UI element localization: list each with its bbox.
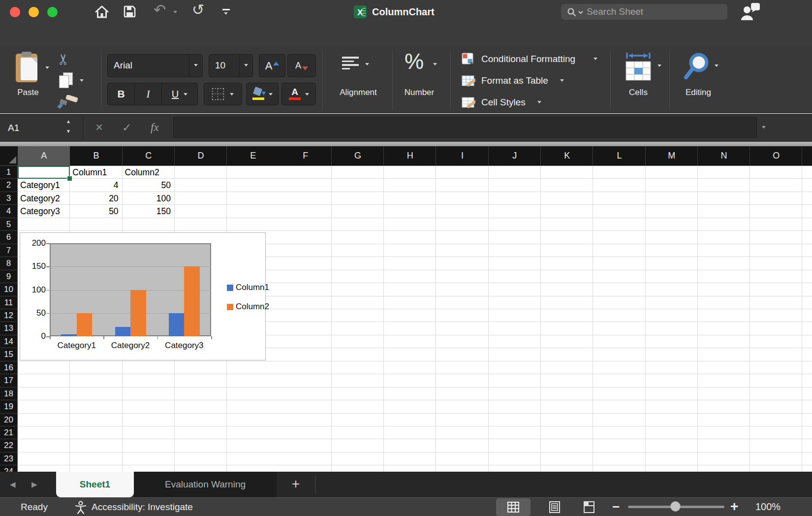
bar-column1-category3[interactable] [169, 313, 185, 336]
format-as-table-dropdown-arrow[interactable] [560, 79, 564, 82]
column-headers[interactable]: ABCDEFGHIJKLMNO [18, 146, 812, 166]
row-header-9[interactable]: 9 [0, 270, 17, 283]
column-header-o[interactable]: O [750, 146, 802, 166]
row-header-2[interactable]: 2 [0, 179, 17, 192]
bar-column2-category1[interactable] [77, 313, 93, 336]
cells-icon[interactable] [623, 52, 654, 82]
selected-cell[interactable] [18, 166, 70, 179]
sheet-tab-evaluation-warning[interactable]: Evaluation Warning [134, 472, 277, 497]
row-header-22[interactable]: 22 [0, 439, 17, 452]
column-header-f[interactable]: F [280, 146, 332, 166]
column-header-j[interactable]: J [489, 146, 541, 166]
underline-button[interactable]: U [162, 83, 197, 105]
conditional-formatting-dropdown-arrow[interactable] [593, 58, 597, 60]
page-layout-view-button[interactable] [537, 498, 572, 516]
row-headers[interactable]: 123456789101112131415161718192021222324 [0, 166, 18, 472]
column-header-a[interactable]: A [18, 146, 70, 166]
cell-a3[interactable]: Category2 [18, 192, 70, 205]
row-header-17[interactable]: 17 [0, 374, 17, 387]
paste-button[interactable] [15, 52, 42, 84]
number-dropdown-arrow[interactable] [433, 63, 437, 65]
row-header-21[interactable]: 21 [0, 426, 17, 439]
row-header-7[interactable]: 7 [0, 244, 17, 257]
decrease-font-size-button[interactable]: A [287, 54, 316, 77]
redo-icon[interactable]: ↺ [192, 1, 204, 18]
alignment-icon[interactable] [342, 57, 359, 71]
name-box-spin-up-icon[interactable]: ▲ [66, 119, 71, 124]
add-sheet-button[interactable]: + [285, 472, 306, 497]
cell-styles-dropdown-arrow[interactable] [537, 101, 541, 103]
cell-b3[interactable]: 20 [70, 192, 122, 205]
conditional-formatting-button[interactable]: Conditional Formatting [481, 54, 575, 64]
save-icon[interactable] [123, 5, 136, 18]
name-box[interactable]: A1 [8, 114, 19, 142]
sheet-tab-sheet1[interactable]: Sheet1 [56, 472, 134, 497]
cell-b4[interactable]: 50 [70, 205, 122, 218]
next-sheet-arrow-icon[interactable]: ▶ [31, 472, 37, 497]
select-all-corner[interactable] [0, 146, 18, 166]
column-header-k[interactable]: K [541, 146, 593, 166]
account-presence-icon[interactable] [740, 2, 761, 21]
name-box-spin-down-icon[interactable]: ▼ [66, 129, 71, 134]
zoom-in-button[interactable]: + [730, 498, 738, 516]
row-header-12[interactable]: 12 [0, 309, 17, 322]
cell-b2[interactable]: 4 [70, 179, 122, 192]
prev-sheet-arrow-icon[interactable]: ◀ [10, 472, 16, 497]
bar-column1-category1[interactable] [61, 334, 77, 336]
status-accessibility[interactable]: Accessibility: Investigate [92, 498, 193, 516]
font-color-dropdown-arrow[interactable] [305, 93, 309, 96]
bold-button[interactable]: B [108, 83, 135, 105]
borders-dropdown-arrow[interactable] [230, 93, 234, 96]
column-header-d[interactable]: D [175, 146, 227, 166]
format-as-table-button[interactable]: Format as Table [481, 75, 548, 86]
row-header-3[interactable]: 3 [0, 192, 17, 205]
quick-actions-icon[interactable] [222, 9, 230, 15]
column-header-l[interactable]: L [593, 146, 645, 166]
normal-view-button[interactable] [496, 498, 531, 516]
row-header-11[interactable]: 11 [0, 296, 17, 309]
row-header-4[interactable]: 4 [0, 205, 17, 218]
cells-dropdown-arrow[interactable] [657, 64, 661, 67]
paste-dropdown-arrow[interactable] [45, 66, 49, 69]
number-format-icon[interactable]: % [405, 49, 424, 74]
search-sheet-box[interactable]: Search Sheet [561, 4, 727, 20]
cell-c3[interactable]: 100 [123, 192, 175, 205]
column-header-m[interactable]: M [646, 146, 698, 166]
fill-color-button[interactable] [246, 83, 279, 105]
column-header-i[interactable]: I [436, 146, 488, 166]
column-header-n[interactable]: N [698, 146, 750, 166]
bar-column1-category2[interactable] [115, 327, 131, 336]
formula-input[interactable] [173, 117, 757, 138]
cell-c1[interactable]: Column2 [123, 166, 175, 179]
font-name-select[interactable]: Arial [107, 54, 203, 77]
minimize-window-button[interactable] [29, 7, 39, 17]
alignment-dropdown-arrow[interactable] [365, 63, 369, 65]
insert-function-icon[interactable]: fx [151, 114, 159, 141]
cell-c2[interactable]: 50 [123, 179, 175, 192]
row-header-10[interactable]: 10 [0, 283, 17, 296]
cut-icon[interactable]: ✂ [55, 53, 72, 65]
cell-a4[interactable]: Category3 [18, 205, 70, 218]
row-header-1[interactable]: 1 [0, 166, 17, 179]
cell-c4[interactable]: 150 [123, 205, 175, 218]
cell-a2[interactable]: Category1 [18, 179, 70, 192]
cancel-entry-icon[interactable]: × [95, 114, 103, 141]
row-header-15[interactable]: 15 [0, 348, 17, 361]
column-header-b[interactable]: B [70, 146, 122, 166]
zoom-window-button[interactable] [47, 7, 58, 17]
bar-column2-category2[interactable] [130, 290, 146, 337]
italic-button[interactable]: I [135, 83, 162, 105]
fill-color-dropdown-arrow[interactable] [269, 93, 273, 96]
zoom-out-button[interactable]: − [612, 498, 620, 516]
column-header-e[interactable]: E [227, 146, 279, 166]
font-size-dropdown[interactable] [239, 55, 252, 77]
formula-bar-expand-arrow[interactable] [762, 126, 766, 129]
row-header-6[interactable]: 6 [0, 231, 17, 244]
font-color-button[interactable]: A [281, 83, 316, 105]
column-header-h[interactable]: H [384, 146, 436, 166]
borders-button[interactable] [204, 83, 242, 105]
column-header-g[interactable]: G [332, 146, 384, 166]
font-name-dropdown[interactable] [189, 55, 202, 77]
row-header-23[interactable]: 23 [0, 452, 17, 465]
undo-dropdown-arrow[interactable] [173, 11, 177, 13]
